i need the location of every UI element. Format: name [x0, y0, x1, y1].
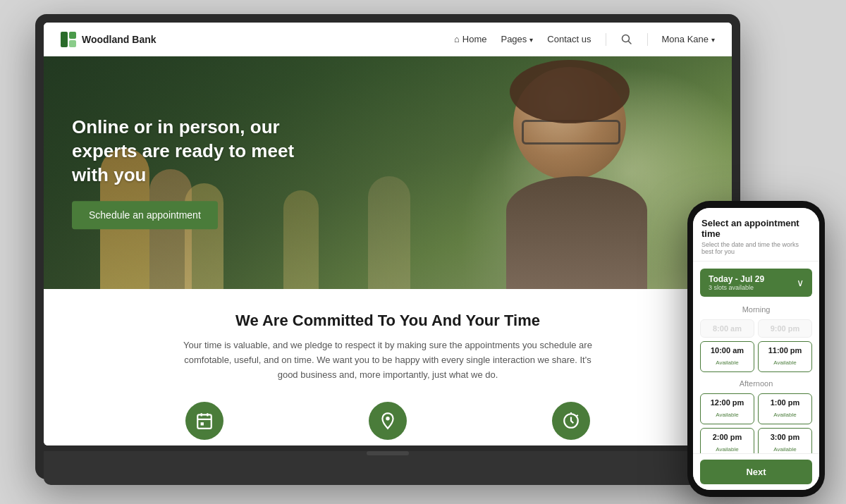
date-sub: 3 slots available [709, 284, 764, 291]
laptop-screen: Woodland Bank Home Pages Contact us [44, 23, 732, 445]
nav-links: Home Pages Contact us [454, 33, 715, 46]
logo-icon [61, 32, 76, 47]
svg-rect-2 [69, 40, 76, 47]
commitment-section: We Are Committed To You And Your Time Yo… [44, 289, 732, 445]
calendar-icon [185, 402, 223, 440]
brand-name: Woodland Bank [82, 34, 157, 45]
time-slot-9pm[interactable]: 9:00 pm [758, 319, 812, 338]
phone-screen: Select an appointment time Select the da… [693, 208, 819, 490]
morning-time-grid: 8:00 am 9:00 pm 10:00 am Available 11:00… [700, 319, 812, 372]
svg-rect-5 [197, 415, 212, 429]
phone-body: Today - Jul 29 3 slots available ∨ Morni… [693, 262, 819, 453]
svg-rect-1 [69, 32, 76, 39]
time-slot-11pm[interactable]: 11:00 pm Available [758, 341, 812, 372]
feature-stress-free: Stress-Free Scheduling Our online schedu… [134, 402, 275, 445]
date-chevron-icon: ∨ [797, 277, 804, 288]
nav-divider-2 [647, 33, 648, 46]
time-slot-10am[interactable]: 10:00 am Available [700, 341, 754, 372]
clock-icon [552, 402, 590, 440]
nav-home[interactable]: Home [454, 34, 487, 44]
commitment-title: We Are Committed To You And Your Time [86, 312, 689, 330]
phone-subtitle: Select the date and time the works best … [701, 241, 811, 255]
laptop-camera [367, 451, 409, 455]
schedule-button[interactable]: Schedule an appointment [72, 202, 218, 230]
date-selector[interactable]: Today - Jul 29 3 slots available ∨ [700, 269, 812, 297]
morning-label: Morning [700, 305, 812, 314]
website: Woodland Bank Home Pages Contact us [44, 23, 732, 445]
next-button[interactable]: Next [700, 460, 812, 484]
time-slot-8am[interactable]: 8:00 am [700, 319, 754, 338]
phone-title: Select an appointment time [701, 218, 811, 239]
user-menu[interactable]: Mona Kane [662, 34, 716, 44]
svg-line-4 [628, 41, 631, 44]
laptop-device: Woodland Bank Home Pages Contact us [35, 14, 740, 479]
nav-contact[interactable]: Contact us [547, 34, 591, 44]
scene: Woodland Bank Home Pages Contact us [0, 0, 846, 504]
navbar: Woodland Bank Home Pages Contact us [44, 23, 732, 56]
time-slot-3pm[interactable]: 3:00 pm Available [758, 428, 812, 453]
nav-divider [606, 33, 606, 46]
afternoon-label: Afternoon [700, 379, 812, 388]
commitment-description: Your time is valuable, and we pledge to … [176, 338, 599, 382]
glasses [522, 120, 620, 145]
feature-nearby: Nearby Branches We make it easy to choos… [317, 402, 458, 445]
feature-reminders: Timely Reminders Our automated confirmat… [501, 402, 642, 445]
phone-footer: Next [693, 453, 819, 490]
svg-rect-9 [201, 423, 204, 426]
time-slot-12pm[interactable]: 12:00 pm Available [700, 393, 754, 424]
date-label: Today - Jul 29 [709, 274, 764, 284]
hero-title: Online or in person, our experts are rea… [72, 116, 326, 187]
laptop-base [44, 451, 732, 485]
hero-face-area [464, 56, 661, 289]
hair [510, 60, 630, 123]
features-grid: Stress-Free Scheduling Our online schedu… [86, 402, 689, 445]
phone-device: Select an appointment time Select the da… [687, 201, 825, 497]
person-bg-3 [368, 176, 410, 289]
search-button[interactable] [620, 33, 633, 46]
pages-chevron-icon [529, 34, 533, 44]
phone-header: Select an appointment time Select the da… [693, 208, 819, 262]
svg-rect-0 [61, 32, 68, 47]
nav-logo[interactable]: Woodland Bank [61, 32, 157, 47]
body-torso [506, 176, 647, 289]
time-slot-1pm[interactable]: 1:00 pm Available [758, 393, 812, 424]
afternoon-time-grid: 12:00 pm Available 1:00 pm Available 2:0… [700, 393, 812, 453]
user-chevron-icon [711, 34, 715, 44]
location-icon [369, 402, 407, 440]
nav-pages[interactable]: Pages [501, 34, 533, 44]
time-slot-2pm[interactable]: 2:00 pm Available [700, 428, 754, 453]
home-icon [454, 34, 460, 44]
hero-section: Online or in person, our experts are rea… [44, 56, 732, 289]
hero-content: Online or in person, our experts are rea… [72, 116, 326, 229]
svg-line-13 [577, 415, 578, 417]
svg-point-10 [386, 417, 389, 420]
